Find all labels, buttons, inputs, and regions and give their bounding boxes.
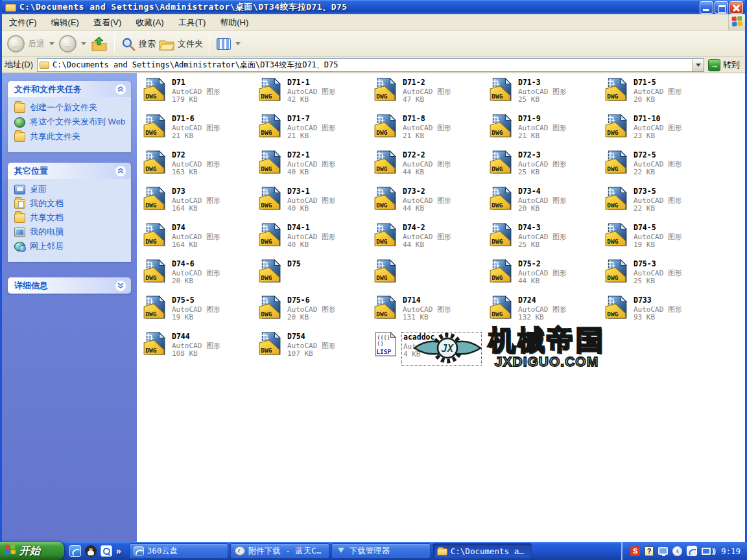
panel-file-tasks-header[interactable]: 文件和文件夹任务 [8,81,131,97]
network-tray-icon[interactable] [702,548,711,555]
file-item[interactable]: DWG ((() () LISP D72 AutoCAD 图形 163 KB [142,149,257,185]
sidebar-item[interactable]: 共享此文件夹 [14,132,127,142]
file-item[interactable]: DWG ((() () LISP D73-2 AutoCAD 图形 44 KB [373,185,488,222]
forward-button[interactable]: → [59,35,77,52]
forward-dropdown-icon[interactable] [81,42,86,45]
file-size: 40 KB [287,240,365,249]
panel-other-places-header[interactable]: 其它位置 [8,163,131,179]
start-button[interactable]: 开始 [0,542,64,560]
taskbar-button[interactable]: 附件下载 - 蓝天C... [230,543,329,559]
taskbar-button[interactable]: 下载管理器 [331,543,431,559]
folders-label[interactable]: 文件夹 [178,38,203,50]
sidebar-item[interactable]: 我的文档 [14,198,127,209]
file-type: AutoCAD 图形 [287,159,365,168]
menu-help[interactable]: 帮助(H) [213,14,255,31]
file-item[interactable]: DWG ((() () LISP D71-5 AutoCAD 图形 20 KB [604,76,719,113]
title-bar[interactable]: C:\Documents and Settings\Administrator\… [2,0,745,14]
views-dropdown-icon[interactable] [235,42,241,45]
file-item[interactable]: DWG ((() () LISP [373,258,488,294]
chevron-up-icon[interactable] [115,165,126,177]
file-label: D73-4 AutoCAD 图形 20 KB [517,187,597,220]
file-item[interactable]: DWG ((() () LISP D74-6 AutoCAD 图形 20 KB [142,258,257,294]
file-item[interactable]: DWG ((() () LISP D75-3 AutoCAD 图形 25 KB [604,258,719,294]
address-dropdown-button[interactable] [692,59,704,71]
file-item[interactable]: DWG ((() () LISP D71-2 AutoCAD 图形 47 KB [373,76,488,113]
file-item[interactable]: DWG ((() () LISP D754 AutoCAD 图形 107 KB [257,331,373,367]
file-item[interactable]: DWG ((() () LISP D75 [257,258,373,294]
back-button[interactable]: ← [7,35,25,52]
dwg-file-icon: DWG [605,187,627,210]
menu-edit[interactable]: 编辑(E) [44,14,86,31]
search-launcher-icon[interactable] [101,545,112,557]
file-item[interactable]: DWG ((() () LISP D74-3 AutoCAD 图形 25 KB [488,222,604,258]
file-item[interactable]: DWG ((() () LISP D75-5 AutoCAD 图形 19 KB [142,294,257,331]
file-item[interactable]: DWG ((() () LISP D72-5 AutoCAD 图形 22 KB [604,149,719,185]
quick-launch-overflow-icon[interactable]: » [116,546,121,556]
taskbar-button[interactable]: 360云盘 [129,543,228,559]
chevron-down-icon[interactable] [115,280,126,292]
file-item[interactable]: DWG ((() () LISP D71-3 AutoCAD 图形 25 KB [488,76,604,113]
sidebar-item[interactable]: 共享文档 [14,213,127,223]
menu-view[interactable]: 查看(V) [86,14,128,31]
file-item[interactable]: DWG ((() () LISP D73-4 AutoCAD 图形 20 KB [488,185,604,222]
folders-icon[interactable] [159,38,174,51]
panel-details-header[interactable]: 详细信息 [8,277,131,294]
up-folder-button[interactable] [91,36,108,52]
close-button[interactable] [729,1,743,14]
file-item[interactable]: DWG ((() () LISP D72-2 AutoCAD 图形 44 KB [373,149,488,185]
svg-text:DWG: DWG [607,129,618,136]
clock[interactable]: 9:19 [721,546,741,556]
sidebar-item[interactable]: 将这个文件夹发布到 Web [14,117,127,128]
sidebar-item[interactable]: 我的电脑 [14,227,127,237]
search-icon[interactable] [121,37,136,51]
menu-tools[interactable]: 工具(T) [171,14,213,31]
file-item[interactable]: DWG ((() () LISP D75-2 AutoCAD 图形 44 KB [488,258,604,294]
svg-text:DWG: DWG [492,238,503,245]
menu-file[interactable]: 文件(F) [2,14,44,31]
file-item[interactable]: DWG ((() () LISP D74-1 AutoCAD 图形 40 KB [257,222,373,258]
qq-icon[interactable] [85,545,97,557]
chevron-up-icon[interactable] [115,84,126,95]
taskbar-button[interactable]: C:\Documents and... [433,543,532,559]
minimize-button[interactable] [700,1,713,14]
display-settings-tray-icon[interactable] [658,547,668,555]
file-item[interactable]: DWG ((() () LISP D71-9 AutoCAD 图形 21 KB [488,113,604,149]
sidebar-item[interactable]: 创建一个新文件夹 [14,102,127,113]
file-item[interactable]: DWG ((() () LISP acaddoc AutoLISP 应用程...… [373,331,488,367]
file-item[interactable]: DWG ((() () LISP D75-6 AutoCAD 图形 20 KB [257,294,373,331]
views-icon[interactable] [217,38,231,50]
address-input[interactable]: C:\Documents and Settings\Administrator\… [37,58,704,72]
help-tray-icon[interactable]: ? [645,546,654,556]
menu-favorites[interactable]: 收藏(A) [128,14,171,31]
file-item[interactable]: DWG ((() () LISP D74-2 AutoCAD 图形 44 KB [373,222,488,258]
file-item[interactable]: DWG ((() () LISP D71-6 AutoCAD 图形 21 KB [142,113,257,149]
file-type: AutoCAD 图形 [172,341,250,349]
file-item[interactable]: DWG ((() () LISP D71-1 AutoCAD 图形 42 KB [257,76,373,113]
svg-text:DWG: DWG [145,310,156,318]
hide-icons-chevron[interactable]: ‹ [672,546,682,556]
sogou-tray-icon[interactable]: S [630,546,640,556]
file-item[interactable]: DWG ((() () LISP D72-3 AutoCAD 图形 25 KB [488,149,604,185]
sidebar-item[interactable]: 网上邻居 [14,241,127,251]
file-item[interactable]: DWG ((() () LISP D714 AutoCAD 图形 131 KB [373,294,488,331]
file-item[interactable]: DWG ((() () LISP D733 AutoCAD 图形 93 KB [604,294,719,331]
file-item[interactable]: DWG ((() () LISP D71-7 AutoCAD 图形 21 KB [257,113,373,149]
file-item[interactable]: DWG ((() () LISP D71-8 AutoCAD 图形 21 KB [373,113,488,149]
file-item[interactable]: DWG ((() () LISP D74-5 AutoCAD 图形 19 KB [604,222,719,258]
back-dropdown-icon[interactable] [49,42,54,45]
360-cloud-icon[interactable] [69,545,81,557]
file-item[interactable]: DWG ((() () LISP D71-10 AutoCAD 图形 23 KB [604,113,719,149]
file-item[interactable]: DWG ((() () LISP D724 AutoCAD 图形 132 KB [488,294,604,331]
search-label[interactable]: 搜索 [139,38,156,50]
file-item[interactable]: DWG ((() () LISP D72-1 AutoCAD 图形 40 KB [257,149,373,185]
file-item[interactable]: DWG ((() () LISP D71 AutoCAD 图形 179 KB [142,76,257,113]
file-item[interactable]: DWG ((() () LISP D73-5 AutoCAD 图形 22 KB [604,185,719,222]
restore-button[interactable] [715,1,728,14]
file-item[interactable]: DWG ((() () LISP D74 AutoCAD 图形 164 KB [142,222,257,258]
360-tray-icon[interactable] [687,546,697,556]
file-item[interactable]: DWG ((() () LISP D744 AutoCAD 图形 108 KB [142,331,257,367]
file-item[interactable]: DWG ((() () LISP D73-1 AutoCAD 图形 40 KB [257,185,373,222]
sidebar-item[interactable]: 桌面 [14,184,127,194]
go-button[interactable]: → 转到 [708,59,742,71]
file-item[interactable]: DWG ((() () LISP D73 AutoCAD 图形 164 KB [142,185,257,222]
